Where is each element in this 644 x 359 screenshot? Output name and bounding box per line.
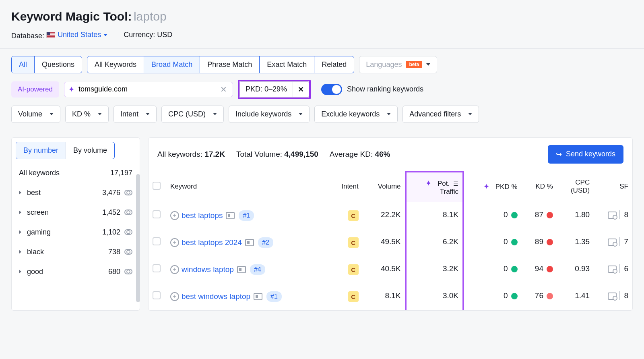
show-ranking-toggle[interactable] <box>321 84 342 95</box>
pkd-filter-highlight: PKD: 0–29% ✕ <box>238 80 311 99</box>
volume-cell: 22.2K <box>363 202 406 229</box>
tab-questions[interactable]: Questions <box>34 56 82 73</box>
kd-cell: 89 <box>522 229 557 256</box>
serp-features-icon[interactable] <box>608 212 617 219</box>
intent-badge: C <box>348 237 359 248</box>
select-all-checkbox[interactable] <box>153 182 161 190</box>
sidebar-all-keywords[interactable]: All keywords <box>19 169 104 177</box>
col-pkd[interactable]: ✦ PKD % <box>463 172 522 202</box>
expand-icon[interactable]: + <box>170 265 179 274</box>
sidebar-group[interactable]: screen <box>27 208 92 217</box>
domain-input[interactable] <box>78 85 219 93</box>
col-intent[interactable]: Intent <box>328 172 363 202</box>
sidebar: By number By volume All keywords 17,197 … <box>11 137 140 311</box>
pkd-cell: 0 <box>463 283 522 310</box>
serp-icon[interactable] <box>254 293 262 300</box>
tab-all[interactable]: All <box>12 56 34 73</box>
sidebar-group[interactable]: best <box>27 189 92 197</box>
serp-icon[interactable] <box>226 212 235 219</box>
col-sf[interactable]: SF <box>594 172 632 202</box>
pkd-cell: 0 <box>463 229 522 256</box>
languages-dropdown[interactable]: Languages beta <box>359 56 437 73</box>
tab-broad-match[interactable]: Broad Match <box>144 56 200 73</box>
col-volume[interactable]: Volume <box>363 172 406 202</box>
difficulty-dot-icon <box>547 266 553 272</box>
col-cpc[interactable]: CPC(USD) <box>557 172 594 202</box>
difficulty-dot-icon <box>547 212 553 218</box>
expand-icon[interactable]: + <box>170 211 179 220</box>
row-checkbox[interactable] <box>153 210 161 218</box>
eye-icon[interactable] <box>124 210 132 215</box>
eye-icon[interactable] <box>124 190 132 195</box>
ai-powered-badge: AI-powered <box>11 81 59 98</box>
difficulty-dot-icon <box>547 293 553 299</box>
pot-traffic-cell: 3.0K <box>406 283 463 310</box>
database-selector[interactable]: United States <box>46 31 107 39</box>
filter-volume[interactable]: Volume <box>11 106 60 123</box>
expand-icon[interactable]: + <box>170 292 179 301</box>
cpc-cell: 0.93 <box>557 256 594 283</box>
arrow-icon: ↪ <box>556 150 562 159</box>
keyword-link[interactable]: best windows laptop <box>182 292 250 301</box>
row-checkbox[interactable] <box>153 264 161 272</box>
keyword-link[interactable]: windows laptop <box>182 265 234 274</box>
kd-cell: 76 <box>522 283 557 310</box>
tab-all-keywords[interactable]: All Keywords <box>87 56 144 73</box>
cpc-cell: 1.41 <box>557 283 594 310</box>
sidebar-group-count: 1,452 <box>92 208 120 217</box>
chevron-down-icon <box>146 113 150 115</box>
chevron-down-icon <box>426 63 430 66</box>
intent-badge: C <box>348 210 359 221</box>
domain-input-wrapper[interactable]: ✦ ✕ <box>64 82 233 97</box>
row-checkbox[interactable] <box>153 291 161 299</box>
pot-traffic-cell: 3.2K <box>406 256 463 283</box>
sidebar-by-number[interactable]: By number <box>16 142 66 159</box>
chevron-down-icon <box>98 113 102 115</box>
expand-icon[interactable]: + <box>170 238 179 247</box>
page-title-term: laptop <box>134 10 167 23</box>
filter-intent[interactable]: Intent <box>114 106 157 123</box>
serp-features-icon[interactable] <box>608 293 617 300</box>
filter-advanced[interactable]: Advanced filters <box>402 106 479 123</box>
filter-cpc[interactable]: CPC (USD) <box>161 106 224 123</box>
results-panel: All keywords: 17.2K Total Volume: 4,499,… <box>148 137 633 311</box>
keyword-link[interactable]: best laptops 2024 <box>182 238 242 247</box>
filter-kd[interactable]: KD % <box>65 106 109 123</box>
currency-value: USD <box>157 31 172 39</box>
cpc-cell: 1.35 <box>557 229 594 256</box>
col-pot-traffic[interactable]: ✦ Pot. ☰Traffic <box>406 172 463 202</box>
send-keywords-button[interactable]: ↪ Send keywords <box>548 145 623 164</box>
sidebar-by-volume[interactable]: By volume <box>66 142 114 159</box>
sidebar-group[interactable]: gaming <box>27 228 92 237</box>
pkd-filter-chip[interactable]: PKD: 0–29% <box>240 82 293 97</box>
pkd-filter-remove[interactable]: ✕ <box>293 82 309 97</box>
row-checkbox[interactable] <box>153 237 161 245</box>
serp-icon[interactable] <box>237 266 246 273</box>
keyword-link[interactable]: best laptops <box>182 211 223 220</box>
serp-features-icon[interactable] <box>608 266 617 273</box>
tab-related[interactable]: Related <box>314 56 354 73</box>
serp-features-icon[interactable] <box>608 239 617 246</box>
sidebar-group[interactable]: black <box>27 248 92 256</box>
chevron-right-icon <box>19 270 21 274</box>
col-kd[interactable]: KD % <box>522 172 557 202</box>
filter-exclude[interactable]: Exclude keywords <box>314 106 398 123</box>
summary-average-kd: Average KD: 46% <box>330 150 390 159</box>
sparkle-icon: ✦ <box>68 85 74 94</box>
serp-icon[interactable] <box>245 239 254 246</box>
sidebar-group[interactable]: good <box>27 268 92 276</box>
eye-icon[interactable] <box>124 229 132 235</box>
clear-domain-button[interactable]: ✕ <box>219 85 229 94</box>
volume-cell: 40.5K <box>363 256 406 283</box>
eye-icon[interactable] <box>124 249 132 255</box>
col-keyword[interactable]: Keyword <box>166 172 328 202</box>
filter-include[interactable]: Include keywords <box>229 106 310 123</box>
kd-cell: 94 <box>522 256 557 283</box>
beta-badge: beta <box>406 61 422 68</box>
difficulty-dot-icon <box>511 212 518 218</box>
intent-badge: C <box>348 264 359 275</box>
eye-icon[interactable] <box>124 269 132 274</box>
pot-traffic-cell: 8.1K <box>406 202 463 229</box>
tab-phrase-match[interactable]: Phrase Match <box>200 56 259 73</box>
tab-exact-match[interactable]: Exact Match <box>259 56 314 73</box>
